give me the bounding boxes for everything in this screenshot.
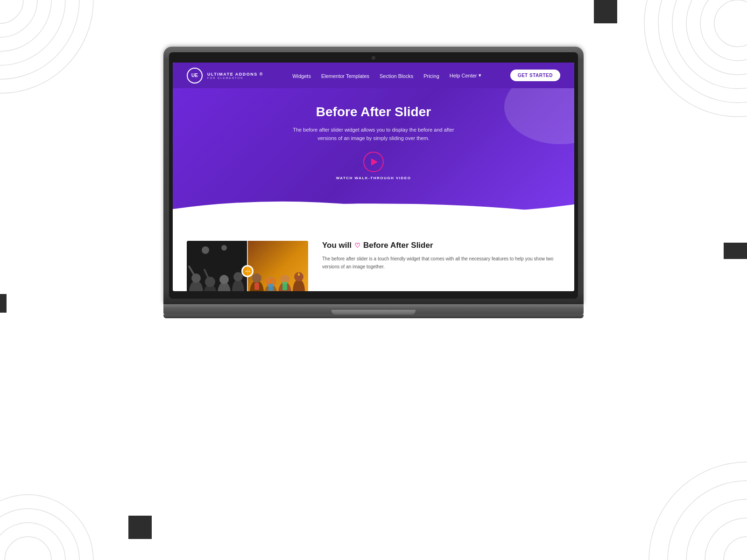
content-text: You will ♡ Before After Slider The befor…: [322, 241, 560, 271]
svg-point-13: [0, 523, 65, 560]
nav-item-pricing[interactable]: Pricing: [423, 71, 439, 80]
logo-circle-text: UE: [191, 73, 198, 78]
image-comparison-slider: ⟺: [187, 241, 308, 291]
nav-logo: UE ULTIMATE ADDONS ® FOR ELEMENTOR: [187, 68, 263, 84]
deco-square-bottom-left: [128, 516, 152, 539]
svg-point-10: [658, 0, 747, 103]
svg-point-2: [0, 0, 51, 51]
nav-item-help-center[interactable]: Help Center ▾: [450, 72, 481, 78]
svg-point-15: [0, 495, 93, 560]
svg-point-18: [686, 499, 747, 560]
deco-square-top-right: [594, 0, 617, 23]
nav-links-list: Widgets Elementor Templates Section Bloc…: [292, 71, 481, 80]
svg-point-0: [0, 0, 23, 23]
deco-square-right-mid: [724, 243, 747, 259]
svg-point-12: [5, 537, 51, 560]
laptop-screen: UE ULTIMATE ADDONS ® FOR ELEMENTOR Widge…: [173, 63, 574, 291]
before-image: [187, 241, 247, 291]
svg-point-3: [0, 0, 65, 65]
deco-square-left-mid: [0, 294, 7, 313]
laptop-foot: [163, 315, 584, 318]
circles-bottom-right: [635, 448, 747, 560]
svg-point-19: [668, 481, 747, 560]
logo-sub-text: FOR ELEMENTOR: [207, 77, 263, 79]
nav-link-elementor-templates[interactable]: Elementor Templates: [321, 73, 369, 79]
logo-text-block: ULTIMATE ADDONS ® FOR ELEMENTOR: [207, 72, 263, 79]
play-triangle-icon: [371, 158, 378, 166]
watch-label: WATCH WALK-THROUGH VIDEO: [336, 176, 411, 180]
content-title: You will ♡ Before After Slider: [322, 241, 560, 250]
nav-link-pricing[interactable]: Pricing: [423, 73, 439, 79]
svg-rect-49: [254, 283, 259, 290]
content-title-suffix: Before After Slider: [363, 241, 433, 250]
svg-point-24: [221, 245, 227, 251]
circles-bottom-left: [0, 457, 131, 560]
svg-point-17: [705, 518, 747, 560]
nav-item-elementor-templates[interactable]: Elementor Templates: [321, 71, 369, 80]
content-title-prefix: You will: [322, 241, 352, 250]
crowd-bw: [187, 241, 247, 291]
circles-top-right: [635, 0, 747, 126]
svg-point-6: [714, 0, 747, 47]
laptop-base: [163, 304, 584, 315]
play-button[interactable]: [363, 152, 384, 172]
svg-rect-50: [268, 284, 273, 291]
get-started-button[interactable]: GET STARTED: [510, 70, 560, 81]
chevron-down-icon: ▾: [479, 72, 481, 78]
crowd-color: [247, 241, 308, 291]
website: UE ULTIMATE ADDONS ® FOR ELEMENTOR Widge…: [173, 63, 574, 291]
svg-point-9: [672, 0, 747, 89]
nav-link-help-center[interactable]: Help Center ▾: [450, 72, 481, 78]
nav-link-section-blocks[interactable]: Section Blocks: [380, 73, 413, 79]
svg-point-30: [219, 275, 229, 284]
hero-wave: [173, 195, 574, 218]
slider-handle[interactable]: ⟺: [241, 265, 254, 277]
heart-icon: ♡: [354, 242, 360, 249]
svg-point-5: [0, 0, 93, 93]
laptop-lid: UE ULTIMATE ADDONS ® FOR ELEMENTOR Widge…: [163, 47, 584, 304]
hero-title: Before After Slider: [187, 105, 560, 119]
logo-circle-icon: UE: [187, 68, 203, 84]
svg-rect-51: [282, 282, 287, 290]
nav-item-section-blocks[interactable]: Section Blocks: [380, 71, 413, 80]
laptop-screen-bezel: UE ULTIMATE ADDONS ® FOR ELEMENTOR Widge…: [169, 52, 578, 299]
svg-point-14: [0, 509, 79, 560]
laptop-container: UE ULTIMATE ADDONS ® FOR ELEMENTOR Widge…: [163, 47, 584, 315]
navigation: UE ULTIMATE ADDONS ® FOR ELEMENTOR Widge…: [173, 63, 574, 88]
svg-point-4: [0, 0, 79, 79]
nav-link-widgets[interactable]: Widgets: [292, 73, 311, 79]
svg-point-8: [686, 0, 747, 75]
svg-point-7: [700, 0, 747, 61]
svg-point-16: [724, 537, 747, 560]
hero-section: Before After Slider The before after sli…: [173, 88, 574, 217]
svg-point-23: [202, 246, 209, 254]
hero-subtitle: The before after slider widget allows yo…: [285, 126, 462, 142]
play-button-container: WATCH WALK-THROUGH VIDEO: [187, 152, 560, 180]
after-image: [247, 241, 308, 291]
logo-main-text: ULTIMATE ADDONS ®: [207, 72, 263, 77]
svg-point-38: [252, 273, 261, 283]
content-section: ⟺ You will ♡ Before After Slider The bef…: [173, 227, 574, 291]
svg-point-20: [649, 462, 747, 560]
content-description: The before after slider is a touch frien…: [322, 255, 560, 271]
svg-point-1: [0, 0, 37, 37]
webcam: [372, 56, 375, 60]
laptop-groove: [331, 310, 416, 315]
nav-item-widgets[interactable]: Widgets: [292, 71, 311, 80]
svg-point-11: [644, 0, 747, 117]
laptop-body: UE ULTIMATE ADDONS ® FOR ELEMENTOR Widge…: [163, 47, 584, 315]
circles-top-left: [0, 0, 126, 126]
